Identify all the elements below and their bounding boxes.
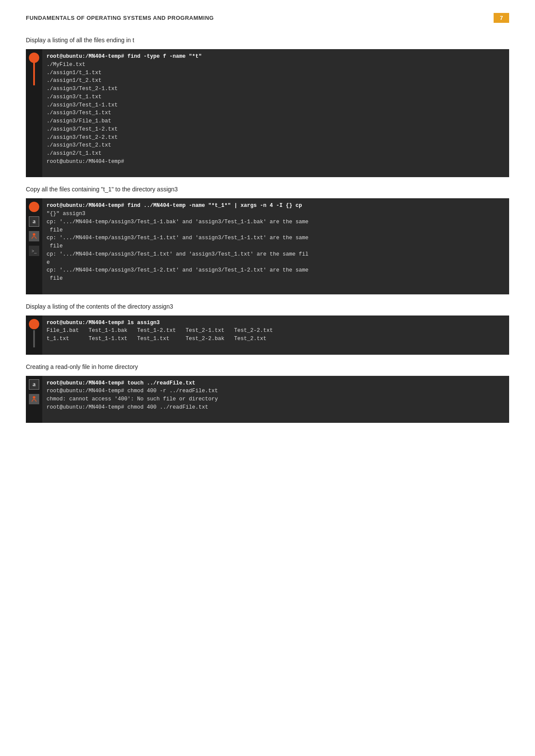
terminal-1-content: root@ubuntu:/MN404-temp# find -type f -n… — [42, 49, 509, 177]
terminal-3: root@ubuntu:/MN404-temp# ls assign3 File… — [26, 316, 509, 355]
terminal-4-line3: chmod: cannot access '400': No such file… — [47, 396, 218, 402]
terminal-2-line4: cp: '.../MN404-temp/assign3/Test_1-1.txt… — [47, 235, 309, 241]
svg-point-0 — [33, 233, 35, 236]
terminal-4: a root@ubuntu:/MN404-temp# touch ../read… — [26, 376, 509, 423]
terminal-1-output: ./MyFile.txt ./assign1/t_1.txt ./assign1… — [47, 62, 124, 165]
runner-icon-4 — [28, 393, 40, 405]
terminal-2-line8: cp: '.../MN404-temp/assign3/Test_1-2.txt… — [47, 267, 309, 273]
ubuntu-icon-1 — [28, 52, 40, 64]
person-svg — [31, 233, 38, 240]
page-title: FUNDAMENTALS OF OPERATING SYSTEMS AND PR… — [26, 15, 214, 21]
dark-bar-3 — [33, 330, 35, 347]
person-icon-4 — [29, 394, 39, 404]
terminal-2-line9: file — [47, 275, 63, 281]
terminal-prompt-icon: >_ — [29, 246, 39, 256]
terminal-2-line1: "{}" assign3 — [47, 211, 85, 217]
a-icon-2: a — [28, 216, 40, 228]
terminal-1-prompt: root@ubuntu:/MN404-temp# find -type f -n… — [47, 53, 202, 59]
terminal-4-line4: root@ubuntu:/MN404-temp# chmod 400 ../re… — [47, 404, 208, 410]
ubuntu-logo-1 — [29, 53, 39, 63]
runner-icon-2 — [28, 230, 40, 242]
terminal-4-line2: root@ubuntu:/MN404-temp# chmod 400 -r ..… — [47, 388, 218, 394]
terminal-3-line1: File_1.bat Test_1-1.bak Test_1-2.txt Tes… — [47, 328, 273, 334]
ubuntu-icon-2 — [28, 201, 40, 213]
terminal-icon-2: >_ — [28, 245, 40, 257]
terminal-3-line2: t_1.txt Test_1-1.txt Test_1.txt Test_2-2… — [47, 336, 266, 342]
ubuntu-logo-3 — [29, 319, 39, 329]
ubuntu-logo-2 — [29, 202, 39, 212]
terminal-2-line6: cp: '.../MN404-temp/assign3/Test_1.txt' … — [47, 251, 309, 257]
bar-icon-1 — [28, 66, 40, 78]
terminal-2: a >_ root@ubuntu:/MN404-temp# find ../MN… — [26, 198, 509, 294]
page-header: FUNDAMENTALS OF OPERATING SYSTEMS AND PR… — [26, 13, 509, 23]
letter-a-icon: a — [29, 216, 39, 227]
page-number: 7 — [494, 13, 509, 23]
terminal-2-line2: cp: '.../MN404-temp/assign3/Test_1-1.bak… — [47, 219, 309, 225]
runner-icon — [29, 231, 39, 241]
terminal-2-sidebar: a >_ — [26, 198, 42, 294]
terminal-2-line3: file — [47, 227, 63, 233]
bar-icon-3 — [28, 333, 40, 345]
section4-label: Creating a read-only file in home direct… — [26, 362, 509, 372]
terminal-1-sidebar — [26, 49, 42, 177]
terminal-4-content: root@ubuntu:/MN404-temp# touch ../readFi… — [42, 376, 509, 423]
terminal-2-prompt: root@ubuntu:/MN404-temp# find ../MN404-t… — [47, 203, 302, 209]
terminal-2-line5: file — [47, 243, 63, 249]
section1-label: Display a listing of all the files endin… — [26, 36, 509, 45]
letter-a-icon-4: a — [29, 379, 39, 390]
terminal-3-content: root@ubuntu:/MN404-temp# ls assign3 File… — [42, 316, 509, 355]
terminal-1: root@ubuntu:/MN404-temp# find -type f -n… — [26, 49, 509, 177]
person-svg-4 — [31, 396, 38, 403]
terminal-2-line7: e — [47, 259, 50, 266]
terminal-2-content: root@ubuntu:/MN404-temp# find ../MN404-t… — [42, 198, 509, 294]
ubuntu-icon-3 — [28, 318, 40, 330]
orange-bar-1 — [33, 59, 35, 85]
terminal-4-line1: root@ubuntu:/MN404-temp# touch ../readFi… — [47, 380, 195, 386]
terminal-3-prompt: root@ubuntu:/MN404-temp# ls assign3 — [47, 320, 160, 326]
page-wrapper: FUNDAMENTALS OF OPERATING SYSTEMS AND PR… — [26, 13, 509, 423]
a-icon-4: a — [28, 378, 40, 390]
terminal-3-sidebar — [26, 316, 42, 355]
section3-label: Display a listing of the contents of the… — [26, 302, 509, 311]
terminal-4-sidebar: a — [26, 376, 42, 423]
section2-label: Copy all the files containing "t_1" to t… — [26, 185, 509, 194]
svg-point-1 — [33, 396, 35, 399]
